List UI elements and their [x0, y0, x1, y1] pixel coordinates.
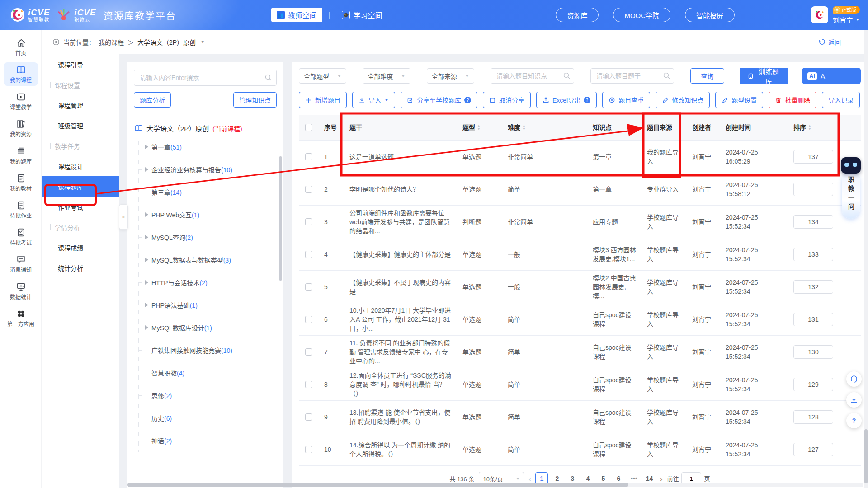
- sort-input[interactable]: [793, 410, 833, 424]
- sort-icon[interactable]: ▲▼: [522, 124, 526, 131]
- smart-cast-button[interactable]: 智能投屏: [685, 8, 735, 22]
- toolbar-button-取消分享[interactable]: 取消分享: [483, 92, 531, 108]
- horizontal-scrollbar-thumb[interactable]: [127, 483, 628, 487]
- mooc-college-button[interactable]: MOOC学院: [613, 8, 670, 22]
- sort-input[interactable]: [793, 248, 833, 261]
- back-button[interactable]: 返回: [819, 38, 841, 47]
- nav-teacher-space[interactable]: 👥 教师空间: [271, 8, 322, 22]
- resource-lib-button[interactable]: 资源库: [556, 8, 599, 22]
- expand-icon[interactable]: [145, 325, 148, 330]
- sidebar-item-home[interactable]: 首页: [4, 35, 38, 59]
- tree-node[interactable]: MySQL查询(2): [139, 226, 277, 249]
- submenu-item-课程管理[interactable]: 课程管理: [42, 95, 119, 115]
- tree-node[interactable]: 思修(2): [139, 384, 277, 407]
- row-checkbox[interactable]: [305, 283, 312, 291]
- collapse-sidebar-handle[interactable]: «: [119, 204, 128, 230]
- submenu-item-课程成绩[interactable]: 课程成绩: [42, 237, 119, 258]
- sidebar-item-apps[interactable]: 第三方应用: [4, 306, 38, 330]
- row-checkbox[interactable]: [305, 413, 312, 421]
- sort-input[interactable]: [793, 215, 833, 229]
- toolbar-button-导入[interactable]: 导入▼: [352, 92, 395, 108]
- tree-node[interactable]: HTTP与会话技术(2): [139, 271, 277, 294]
- tree-scrollbar[interactable]: [279, 156, 282, 281]
- toolbar-button-分享至学校题库[interactable]: 分享至学校题库?: [401, 92, 477, 108]
- nav-study-space[interactable]: 🎓 学习空间: [336, 8, 387, 22]
- download-button[interactable]: [846, 392, 862, 408]
- sidebar-item-message[interactable]: 消息通知: [4, 252, 38, 276]
- expand-icon[interactable]: [145, 258, 148, 262]
- toolbar-button-新增题目[interactable]: 新增题目: [299, 92, 347, 108]
- query-button[interactable]: 查询: [690, 68, 724, 84]
- sidebar-item-course[interactable]: 我的课程: [4, 62, 38, 86]
- sidebar-item-textbook[interactable]: 我的教材: [4, 171, 38, 194]
- tree-node[interactable]: 第三章(14): [139, 181, 277, 203]
- sort-input[interactable]: [793, 443, 833, 456]
- toolbar-button-批量删除[interactable]: 批量删除: [769, 92, 816, 108]
- expand-icon[interactable]: [145, 280, 148, 285]
- sort-input[interactable]: [793, 183, 833, 196]
- sidebar-item-homework[interactable]: 待批作业: [4, 198, 38, 221]
- row-checkbox[interactable]: [305, 153, 312, 160]
- tree-node[interactable]: PHP Web交互(1): [139, 203, 277, 226]
- toolbar-button-Excel导出[interactable]: Excel导出?: [536, 92, 597, 108]
- tree-node[interactable]: 历史(6): [139, 407, 277, 429]
- expand-icon[interactable]: [145, 145, 148, 149]
- breadcrumb-caret-icon[interactable]: ▼: [200, 39, 205, 44]
- submenu-item-课程题库[interactable]: 课程题库: [42, 176, 119, 197]
- row-checkbox[interactable]: [305, 186, 312, 193]
- ai-assistant-widget[interactable]: 职教一问: [839, 157, 863, 219]
- sort-input[interactable]: [793, 150, 833, 164]
- vertical-scrollbar-thumb[interactable]: [864, 429, 868, 483]
- sort-input[interactable]: [793, 345, 833, 359]
- tree-node[interactable]: 智慧职教(4): [139, 361, 277, 384]
- expand-icon[interactable]: [145, 235, 148, 239]
- tree-node[interactable]: PHP语法基础(1): [139, 294, 277, 316]
- user-name[interactable]: 刘宵宁▼: [833, 15, 860, 24]
- sort-icon[interactable]: ▲▼: [808, 124, 811, 131]
- sort-input[interactable]: [793, 280, 833, 294]
- row-checkbox[interactable]: [305, 348, 312, 356]
- customer-service-button[interactable]: [846, 371, 862, 387]
- row-checkbox[interactable]: [305, 218, 312, 225]
- submenu-item-班级管理[interactable]: 班级管理: [42, 115, 119, 136]
- row-checkbox[interactable]: [305, 381, 312, 388]
- filter-select-2[interactable]: 全部来源▼: [427, 68, 474, 84]
- filter-select-0[interactable]: 全部题型▼: [299, 68, 346, 84]
- row-checkbox[interactable]: [305, 316, 312, 323]
- sidebar-item-exam[interactable]: 待批考试: [4, 225, 38, 249]
- row-checkbox[interactable]: [305, 251, 312, 258]
- toolbar-button-题型设置[interactable]: 题型设置: [715, 92, 763, 108]
- horizontal-scrollbar[interactable]: [127, 483, 863, 487]
- ai-button[interactable]: Ai A: [802, 68, 861, 84]
- prev-page-button[interactable]: ‹: [528, 475, 531, 483]
- filter-select-1[interactable]: 全部难度▼: [363, 68, 410, 84]
- sort-icon[interactable]: ▲▼: [477, 124, 481, 131]
- select-all-checkbox[interactable]: [305, 124, 312, 131]
- avatar[interactable]: [811, 6, 828, 23]
- tree-node[interactable]: MySQL数据表与数据类型(3): [139, 249, 277, 271]
- toolbar-button-题目查重[interactable]: 题目查重: [602, 92, 650, 108]
- toolbar-button-修改知识点[interactable]: 修改知识点: [656, 92, 710, 108]
- sidebar-item-teach[interactable]: 课堂教学: [4, 89, 38, 113]
- expand-icon[interactable]: [145, 303, 148, 307]
- vertical-scrollbar[interactable]: [864, 30, 868, 488]
- toolbar-button-导入记录[interactable]: 导入记录: [822, 92, 860, 108]
- tree-node[interactable]: MySQL数据库设计(1): [139, 316, 277, 339]
- help-icon[interactable]: ?: [464, 97, 471, 103]
- sidebar-item-resource[interactable]: 我的资源: [4, 117, 38, 140]
- manage-knowledge-button[interactable]: 管理知识点: [233, 92, 277, 108]
- knowledge-filter-input[interactable]: [491, 68, 574, 84]
- bank-analysis-button[interactable]: 题库分析: [134, 92, 171, 108]
- submenu-item-统计分析[interactable]: 统计分析: [42, 258, 119, 278]
- tree-node[interactable]: 企业经济业务核算与报告(10): [139, 158, 277, 181]
- sort-input[interactable]: [793, 378, 833, 391]
- train-bank-button[interactable]: 训练题库: [740, 68, 788, 84]
- tree-node[interactable]: 广铁集团接触网技能竞赛(10): [139, 339, 277, 361]
- sort-input[interactable]: [793, 313, 833, 326]
- submenu-item-课程引导[interactable]: 课程引导: [42, 54, 119, 75]
- tree-node[interactable]: 神话(2): [139, 429, 277, 452]
- tree-node[interactable]: 第一章(51): [139, 136, 277, 158]
- help-button[interactable]: ?: [846, 413, 862, 428]
- submenu-item-课程设计[interactable]: 课程设计: [42, 156, 119, 176]
- help-icon[interactable]: ?: [584, 97, 590, 103]
